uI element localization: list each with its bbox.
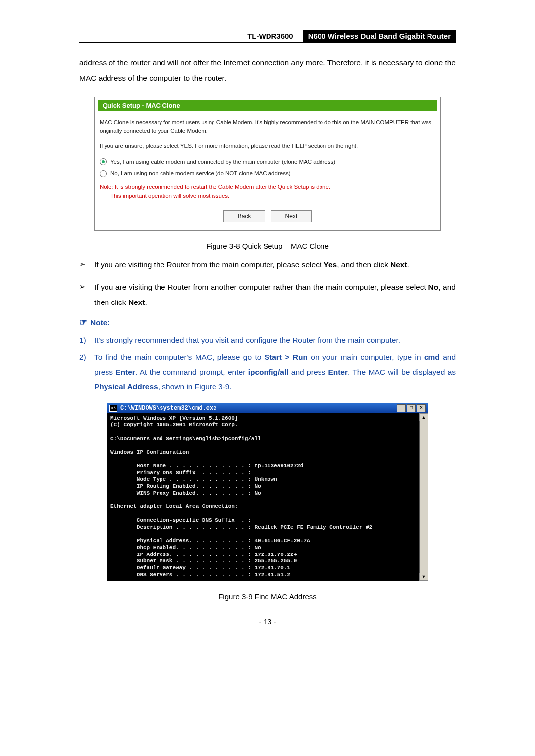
intro-paragraph: address of the router and will not offer… xyxy=(79,55,456,86)
bullet-2: If you are visiting the Router from anot… xyxy=(94,279,456,310)
radio-no-row[interactable]: No, I am using non-cable modem service (… xyxy=(100,169,435,178)
figure-title: Quick Setup - MAC Clone xyxy=(98,100,437,111)
cmd-title: C:\WINDOWS\system32\cmd.exe xyxy=(120,405,216,412)
model-number: TL-WDR3600 xyxy=(243,30,297,42)
bullet-1: If you are visiting the Router from the … xyxy=(94,257,456,272)
page-number: - 13 - xyxy=(79,617,456,626)
note-item-1: It's strongly recommended that you visit… xyxy=(94,333,456,347)
radio-no-label: No, I am using non-cable modem service (… xyxy=(110,169,290,178)
restart-note: Note: It is strongly recommended to rest… xyxy=(100,183,435,200)
page-header: TL-WDR3600 N600 Wireless Dual Band Gigab… xyxy=(79,30,456,43)
scroll-up-icon[interactable]: ▲ xyxy=(419,413,428,421)
minimize-button[interactable]: _ xyxy=(397,404,406,412)
mac-clone-desc-1: MAC Clone is necessary for most users us… xyxy=(100,118,435,136)
radio-no[interactable] xyxy=(100,170,107,177)
next-button[interactable]: Next xyxy=(271,210,312,222)
cmd-scrollbar[interactable]: ▲ ▼ xyxy=(419,413,428,581)
figure-3-8-caption: Figure 3-8 Quick Setup – MAC Clone xyxy=(79,242,456,250)
note-index-1: 1) xyxy=(79,333,94,347)
radio-yes-row[interactable]: Yes, I am using cable modem and connecte… xyxy=(100,158,435,166)
cmd-window: c\ C:\WINDOWS\system32\cmd.exe _ □ × Mic… xyxy=(107,403,428,581)
close-button[interactable]: × xyxy=(417,404,426,412)
note-item-2: To find the main computer's MAC, please … xyxy=(94,350,456,394)
mac-clone-desc-2: If you are unsure, please select YES. Fo… xyxy=(100,142,435,150)
maximize-button[interactable]: □ xyxy=(407,404,416,412)
note-heading: ☞Note: xyxy=(79,317,456,328)
restart-note-line2: This important operation will solve most… xyxy=(100,192,435,200)
bullet-icon: ➢ xyxy=(79,257,94,272)
radio-yes[interactable] xyxy=(100,158,107,165)
restart-note-line1: Note: It is strongly recommended to rest… xyxy=(100,184,330,190)
figure-3-9-caption: Figure 3-9 Find MAC Address xyxy=(79,592,456,601)
scroll-down-icon[interactable]: ▼ xyxy=(419,573,428,581)
bullet-icon: ➢ xyxy=(79,279,94,310)
cmd-output: Microsoft Windows XP [Version 5.1.2600] … xyxy=(107,413,419,581)
radio-yes-label: Yes, I am using cable modem and connecte… xyxy=(110,158,335,166)
cmd-titlebar: c\ C:\WINDOWS\system32\cmd.exe _ □ × xyxy=(107,403,428,413)
note-index-2: 2) xyxy=(79,350,94,394)
back-button[interactable]: Back xyxy=(223,210,266,222)
pointer-icon: ☞ xyxy=(79,317,87,327)
model-description: N600 Wireless Dual Band Gigabit Router xyxy=(303,30,456,42)
cmd-icon: c\ xyxy=(109,405,117,412)
figure-mac-clone: Quick Setup - MAC Clone MAC Clone is nec… xyxy=(94,97,441,231)
